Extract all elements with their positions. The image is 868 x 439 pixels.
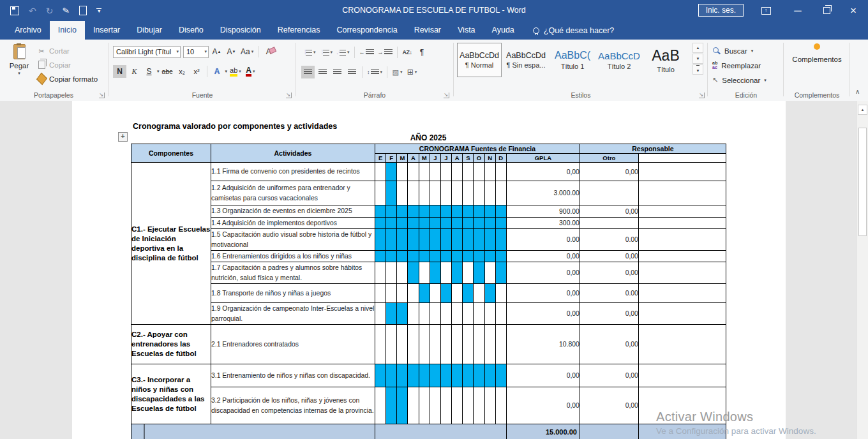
collapse-ribbon-icon[interactable]: ∧ xyxy=(855,88,860,95)
gantt-cell-m9-filled[interactable] xyxy=(463,205,474,218)
gantt-cell-m10[interactable] xyxy=(474,284,484,303)
gantt-cell-m7[interactable] xyxy=(440,181,451,205)
gantt-cell-m4[interactable] xyxy=(408,181,419,205)
gantt-cell-m7-filled[interactable] xyxy=(440,251,451,262)
table-move-handle-icon[interactable]: + xyxy=(118,132,128,142)
gantt-cell-m2[interactable] xyxy=(386,284,397,303)
sort-button[interactable]: AZ↓ xyxy=(401,46,414,59)
otro-value-cell[interactable]: 0,00 xyxy=(580,325,638,364)
activity-cell[interactable]: 1.8 Transporte de niños y niñas a juegos xyxy=(211,284,375,303)
gantt-cell-m9[interactable] xyxy=(463,325,474,364)
clear-formatting-button[interactable]: A xyxy=(262,45,275,58)
subscript-button[interactable]: x₂ xyxy=(176,65,189,78)
gantt-cell-m7-filled[interactable] xyxy=(440,229,451,251)
gantt-cell-m6-filled[interactable] xyxy=(430,251,440,262)
gantt-cell-m5-filled[interactable] xyxy=(419,229,430,251)
gantt-cell-m3-filled[interactable] xyxy=(397,229,408,251)
gantt-cell-m2-filled[interactable] xyxy=(386,229,397,251)
gantt-cell-m10[interactable] xyxy=(474,181,484,205)
gantt-cell-m2-filled[interactable] xyxy=(386,364,397,387)
gantt-cell-m6-filled[interactable] xyxy=(430,229,440,251)
style-scroll-down-button[interactable]: ▼ xyxy=(692,54,703,64)
ribbon-display-options-button[interactable]: ↑ xyxy=(756,0,775,21)
otro-value-cell[interactable]: 0.00 xyxy=(580,284,638,303)
gantt-cell-m6[interactable] xyxy=(430,284,440,303)
gantt-cell-m11-filled[interactable] xyxy=(484,205,495,218)
otro-value-cell[interactable]: 0,00 xyxy=(580,303,638,325)
align-right-button[interactable] xyxy=(331,66,344,78)
gantt-cell-m12-filled[interactable] xyxy=(495,262,506,284)
activity-cell[interactable]: 1.5 Capacitación audio visual sobre hist… xyxy=(211,229,375,251)
style-card-ttulo[interactable]: AaBTítulo xyxy=(643,43,688,77)
restore-button[interactable] xyxy=(817,0,836,21)
style-scroll-up-button[interactable]: ▲ xyxy=(692,43,703,53)
tab-insertar[interactable]: Insertar xyxy=(85,21,128,40)
justify-button[interactable] xyxy=(345,66,359,78)
gantt-cell-m4-filled[interactable] xyxy=(408,205,419,218)
styles-dialog-launcher[interactable]: ↘ xyxy=(699,93,705,98)
italic-button[interactable]: K xyxy=(128,65,141,78)
shading-button[interactable]: ▨▾ xyxy=(391,66,404,78)
activity-cell[interactable]: 1.2 Adquisición de uniformes para entren… xyxy=(211,181,375,205)
gantt-cell-m9-filled[interactable] xyxy=(463,364,474,387)
gantt-cell-m1[interactable] xyxy=(375,181,386,205)
gantt-cell-m1-filled[interactable] xyxy=(375,251,386,262)
otro-value-cell[interactable]: 0,00 xyxy=(580,163,638,181)
gantt-cell-m1[interactable] xyxy=(375,262,386,284)
responsable-cell[interactable] xyxy=(638,163,726,181)
shrink-font-button[interactable]: A▼ xyxy=(225,45,238,58)
gantt-cell-m1-filled[interactable] xyxy=(375,205,386,218)
gantt-cell-m3-filled[interactable] xyxy=(397,218,408,229)
otro-value-cell[interactable]: 0,00 xyxy=(580,262,638,284)
gantt-cell-m8-filled[interactable] xyxy=(452,205,463,218)
gantt-cell-m8[interactable] xyxy=(452,387,463,424)
otro-value-cell[interactable]: 0,00 xyxy=(580,205,638,218)
gantt-cell-m8-filled[interactable] xyxy=(452,218,463,229)
gantt-cell-m10-filled[interactable] xyxy=(474,364,484,387)
clipboard-dialog-launcher[interactable]: ↘ xyxy=(99,93,105,98)
activity-cell[interactable]: 1.4 Adquisición de implementos deportivo… xyxy=(211,218,375,229)
grow-font-button[interactable]: A▲ xyxy=(210,45,223,58)
scrollbar-thumb[interactable] xyxy=(858,128,867,236)
style-card-ttulo1[interactable]: AaBbC(Título 1 xyxy=(550,43,595,77)
document-page[interactable]: Cronograma valorado por componentes y ac… xyxy=(72,101,786,439)
superscript-button[interactable]: x² xyxy=(190,65,204,78)
gantt-cell-m3-filled[interactable] xyxy=(397,303,408,325)
change-case-button[interactable]: Aa▾ xyxy=(239,45,255,58)
gpla-value-cell[interactable]: 0,00 xyxy=(506,303,580,325)
gpla-value-cell[interactable]: 0,00 xyxy=(506,251,580,262)
gantt-cell-m5[interactable] xyxy=(419,181,430,205)
addins-button[interactable]: Complementos xyxy=(786,43,848,63)
gantt-cell-m5[interactable] xyxy=(419,387,430,424)
gantt-cell-m10-filled[interactable] xyxy=(474,262,484,284)
gantt-cell-m7[interactable] xyxy=(440,303,451,325)
gantt-cell-m5-filled[interactable] xyxy=(419,218,430,229)
gantt-cell-m9[interactable] xyxy=(463,262,474,284)
gantt-cell-m3-filled[interactable] xyxy=(397,205,408,218)
gantt-cell-m12-filled[interactable] xyxy=(495,251,506,262)
tab-diseo[interactable]: Diseño xyxy=(170,21,212,40)
multilevel-list-button[interactable]: ▾ xyxy=(335,46,351,59)
otro-value-cell[interactable]: 0,00 xyxy=(580,251,638,262)
gantt-cell-m1[interactable] xyxy=(375,163,386,181)
highlight-button[interactable]: ab xyxy=(230,67,237,77)
tab-revisar[interactable]: Revisar xyxy=(406,21,449,40)
show-marks-button[interactable]: ¶ xyxy=(415,46,429,59)
style-card-normal[interactable]: AaBbCcDd¶ Normal xyxy=(457,43,502,77)
gantt-cell-m10[interactable] xyxy=(474,163,484,181)
gantt-cell-m4-filled[interactable] xyxy=(408,229,419,251)
align-center-button[interactable] xyxy=(316,66,329,78)
gantt-cell-m4-filled[interactable] xyxy=(408,251,419,262)
gantt-cell-m1-filled[interactable] xyxy=(375,218,386,229)
font-size-combobox[interactable]: 10▾ xyxy=(183,46,209,58)
gantt-cell-m10[interactable] xyxy=(474,387,484,424)
gpla-value-cell[interactable]: 0,00 xyxy=(506,163,580,181)
gantt-cell-m7-filled[interactable] xyxy=(440,364,451,387)
gantt-cell-m4-filled[interactable] xyxy=(408,364,419,387)
responsable-cell[interactable] xyxy=(638,218,726,229)
find-button[interactable]: Buscar▾ xyxy=(712,43,767,58)
tab-referencias[interactable]: Referencias xyxy=(269,21,329,40)
replace-button[interactable]: abacReemplazar xyxy=(712,58,767,73)
responsable-cell[interactable] xyxy=(638,181,726,205)
gantt-cell-m6-filled[interactable] xyxy=(430,364,440,387)
